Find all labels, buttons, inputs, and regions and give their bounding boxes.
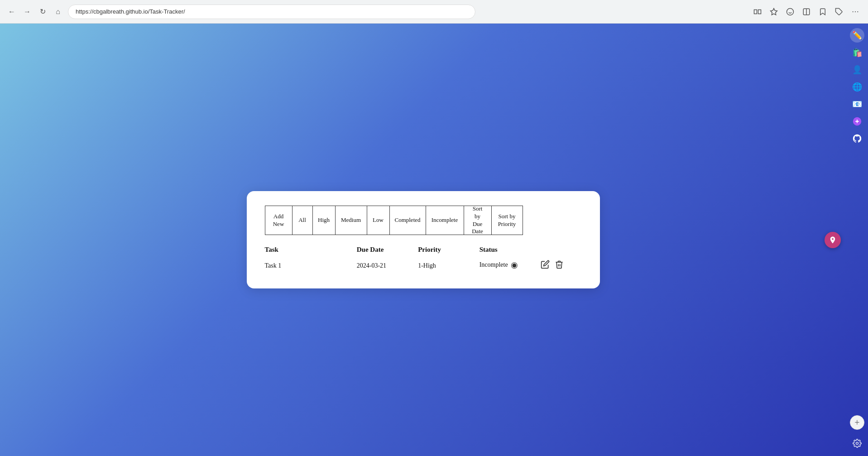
sidebar-globe-icon[interactable]: 🌐 xyxy=(850,80,864,94)
edit-icon[interactable] xyxy=(541,262,552,271)
sidebar-shop-icon[interactable]: 🛍️ xyxy=(850,45,864,60)
actions-column-header xyxy=(541,244,581,257)
priority-column-header: Priority xyxy=(418,244,479,257)
task-tracker-card: AddNew All High Medium Low Completed Inc… xyxy=(247,191,600,288)
reader-mode-button[interactable] xyxy=(750,5,765,19)
sidebar-plus-button[interactable]: + xyxy=(850,415,864,430)
low-filter-button[interactable]: Low xyxy=(367,206,389,235)
favorites-button[interactable] xyxy=(767,5,781,19)
home-button[interactable]: ⌂ xyxy=(52,5,64,18)
right-sidebar: ✏️ 🛍️ 👤 🌐 📧 + xyxy=(846,24,868,456)
task-column-header: Task xyxy=(265,244,357,257)
location-icon xyxy=(829,236,837,244)
svg-marker-0 xyxy=(771,8,777,14)
medium-filter-button[interactable]: Medium xyxy=(335,206,367,235)
toolbar: AddNew All High Medium Low Completed Inc… xyxy=(265,206,582,235)
sidebar-magic-icon[interactable] xyxy=(850,114,864,129)
all-filter-button[interactable]: All xyxy=(292,206,312,235)
due-date-column-header: Due Date xyxy=(357,244,418,257)
svg-point-8 xyxy=(856,442,858,445)
status-column-header: Status xyxy=(480,244,541,257)
task-name-cell: Task 1 xyxy=(265,257,357,274)
main-content: AddNew All High Medium Low Completed Inc… xyxy=(0,24,868,456)
collections-button[interactable] xyxy=(815,5,830,19)
floating-action-button[interactable] xyxy=(825,232,841,248)
task-table: Task Due Date Priority Status Task 1 202… xyxy=(265,244,582,274)
status-check-icon[interactable]: ◉ xyxy=(511,260,518,270)
sidebar-mail-icon[interactable]: 📧 xyxy=(850,97,864,111)
sidebar-user-icon[interactable]: 👤 xyxy=(850,62,864,77)
sidebar-pen-icon[interactable]: ✏️ xyxy=(850,28,864,43)
completed-filter-button[interactable]: Completed xyxy=(389,206,426,235)
table-row: Task 1 2024-03-21 1-High Incomplete ◉ xyxy=(265,257,582,274)
nav-buttons: ← → ↻ ⌂ xyxy=(5,5,64,18)
svg-point-1 xyxy=(787,8,794,15)
priority-cell: 1-High xyxy=(418,257,479,274)
delete-icon[interactable] xyxy=(555,262,564,271)
split-screen-button[interactable] xyxy=(799,5,814,19)
add-new-button[interactable]: AddNew xyxy=(265,206,292,235)
settings-icon[interactable] xyxy=(850,436,864,451)
forward-button[interactable]: → xyxy=(21,5,34,18)
more-options-button[interactable]: ⋯ xyxy=(848,5,863,19)
due-date-cell: 2024-03-21 xyxy=(357,257,418,274)
high-filter-button[interactable]: High xyxy=(312,206,335,235)
sort-due-date-button[interactable]: SortbyDueDate xyxy=(464,206,491,235)
extensions-button[interactable] xyxy=(832,5,846,19)
refresh-button[interactable]: ↻ xyxy=(36,5,49,18)
back-button[interactable]: ← xyxy=(5,5,18,18)
browser-actions: ⋯ xyxy=(750,5,863,19)
sort-priority-button[interactable]: Sort byPriority xyxy=(491,206,523,235)
status-cell: Incomplete ◉ xyxy=(480,257,541,273)
incomplete-filter-button[interactable]: Incomplete xyxy=(426,206,464,235)
actions-cell xyxy=(541,257,581,274)
url-text: https://cbgalbreath.github.io/Task-Track… xyxy=(76,8,185,15)
sidebar-github-icon[interactable] xyxy=(850,131,864,146)
address-bar[interactable]: https://cbgalbreath.github.io/Task-Track… xyxy=(68,5,475,19)
copilot-button[interactable] xyxy=(783,5,797,19)
browser-chrome: ← → ↻ ⌂ https://cbgalbreath.github.io/Ta… xyxy=(0,0,868,24)
